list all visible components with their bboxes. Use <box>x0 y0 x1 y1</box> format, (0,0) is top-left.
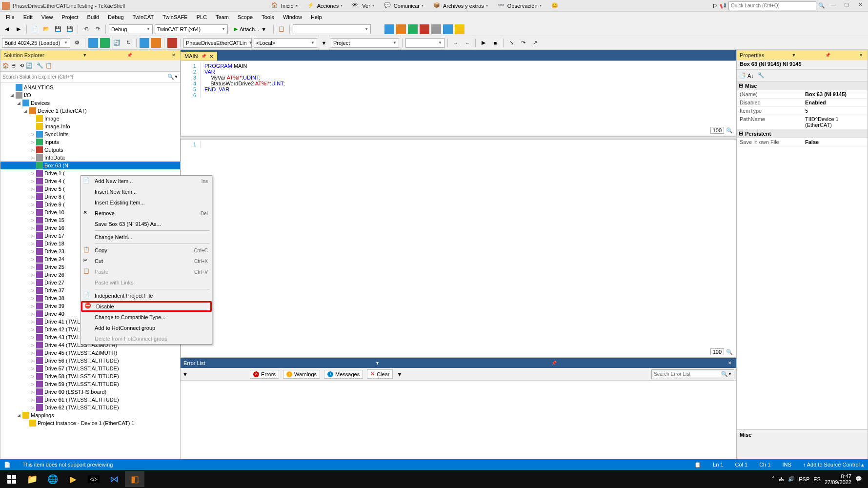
save-all-button[interactable]: 💾 <box>65 24 75 34</box>
property-row[interactable]: DisabledEnabled <box>737 99 868 107</box>
code-line[interactable]: 6 <box>181 92 736 98</box>
tree-item[interactable]: ▷Drive 61 (TW.LSST.ALTITUDE) <box>0 396 180 404</box>
menu-twincat[interactable]: TwinCAT <box>129 13 158 21</box>
context-menu-item[interactable]: ✕RemoveDel <box>81 208 212 219</box>
property-value[interactable]: Box 63 (NI 9145) <box>802 90 868 98</box>
alpha-sort-icon[interactable]: A↓ <box>747 73 754 79</box>
tb-icon-1[interactable]: 📋 <box>277 24 286 34</box>
expand-icon[interactable]: ▷ <box>30 405 35 410</box>
categorize-icon[interactable]: 📑 <box>739 72 746 79</box>
zoom-value[interactable]: 100 <box>710 127 724 134</box>
wrench-icon[interactable]: 🔧 <box>37 62 43 69</box>
code-line[interactable]: 1PROGRAM MAIN <box>181 63 736 69</box>
restore-button[interactable]: ▢ <box>841 1 852 10</box>
menu-edit[interactable]: Edit <box>20 13 37 21</box>
menu-scope[interactable]: Scope <box>234 13 257 21</box>
forward-button[interactable]: ▶ <box>14 24 23 34</box>
expand-icon[interactable]: ◢ <box>16 101 21 105</box>
error-scope-combo[interactable]: ▼ <box>397 371 460 377</box>
dropdown-icon[interactable]: ▼ <box>790 53 797 58</box>
warnings-button[interactable]: !Warnings <box>283 370 320 379</box>
tree-item[interactable]: Image-Info <box>0 122 180 130</box>
target-combo[interactable]: <Local>▼ <box>254 38 317 48</box>
tree-item[interactable]: ▷Box 63 (N <box>0 162 180 169</box>
tree-item[interactable]: ◢Device 1 (EtherCAT) <box>0 107 180 115</box>
explorer-icon[interactable]: 📁 <box>22 471 42 487</box>
errors-button[interactable]: ✕Errors <box>250 370 279 379</box>
expand-icon[interactable]: ▷ <box>30 132 35 137</box>
expand-icon[interactable]: ▷ <box>30 304 35 308</box>
property-row[interactable]: (Name)Box 63 (NI 9145) <box>737 90 868 99</box>
menu-team[interactable]: Team <box>212 13 233 21</box>
editor-implementation[interactable]: 1 100 🔍 <box>181 139 736 358</box>
expand-icon[interactable]: ▷ <box>30 186 35 191</box>
tree-item[interactable]: ▷Drive 45 (TW.LSST.AZIMUTH) <box>0 349 180 357</box>
title-action[interactable]: 👁Ver▾ <box>349 1 377 11</box>
pin-icon[interactable]: 📌 <box>125 53 134 58</box>
error-search-input[interactable] <box>654 371 721 377</box>
home-icon[interactable]: 🏠 <box>2 62 9 69</box>
app-icon-1[interactable]: ▶ <box>63 471 83 487</box>
tree-item[interactable]: ▷Drive 59 (TW.LSST.ALTITUDE) <box>0 380 180 388</box>
tb2-combo-x[interactable]: ▼ <box>405 38 444 48</box>
tree-item[interactable]: ▷Drive 62 (TW.LSST.ALTITUDE) <box>0 404 180 411</box>
start-button[interactable] <box>2 471 21 487</box>
add-source-control[interactable]: ↑ Add to Source Control ▴ <box>803 462 864 468</box>
error-list-body[interactable] <box>181 381 736 459</box>
tree-item[interactable]: ▷Drive 60 (LSST.HS.board) <box>0 388 180 396</box>
step-out-button[interactable]: ↗ <box>530 38 540 48</box>
expand-icon[interactable]: ▷ <box>30 374 35 379</box>
context-menu-item[interactable]: 📋CopyCtrl+C <box>81 245 212 256</box>
tb2-icon-6[interactable] <box>140 38 149 48</box>
app-icon-2[interactable]: </> <box>84 471 103 487</box>
tb-icon-d[interactable] <box>420 24 429 34</box>
context-menu-item[interactable]: Save Box 63 (NI 9145) As... <box>81 219 212 229</box>
close-panel-icon[interactable]: ✕ <box>858 53 865 58</box>
expand-icon[interactable]: ◢ <box>16 413 21 418</box>
expand-icon[interactable]: ▷ <box>30 327 35 332</box>
expand-icon[interactable]: ▷ <box>30 288 35 293</box>
search-dropdown-icon[interactable]: ▼ <box>174 75 178 79</box>
title-action[interactable]: 📦Archivos y extras▾ <box>430 1 491 11</box>
property-row[interactable]: ItemType5 <box>737 107 868 115</box>
property-value[interactable]: False <box>802 138 868 146</box>
expand-icon[interactable]: ▷ <box>30 202 35 207</box>
tab-close-icon[interactable]: ✕ <box>209 54 213 59</box>
clock[interactable]: 8:47 27/09/2022 <box>825 473 851 485</box>
tb-combo-3[interactable]: ▼ <box>293 24 371 34</box>
code-line[interactable]: 3 MyVar AT%I*:UDINT; <box>181 75 736 81</box>
context-menu-item[interactable]: Change NetId... <box>81 232 212 243</box>
expand-icon[interactable]: ▷ <box>30 194 35 199</box>
step-into-button[interactable]: ↘ <box>506 38 516 48</box>
expand-icon[interactable]: ▷ <box>30 257 35 262</box>
search-icon[interactable]: 🔍 <box>167 74 174 80</box>
close-panel-icon[interactable]: ✕ <box>170 53 177 58</box>
close-panel-icon[interactable]: ✕ <box>727 361 733 366</box>
sync-icon[interactable]: ⟲ <box>20 62 24 69</box>
tb2-icon-7[interactable] <box>151 38 161 48</box>
volume-icon[interactable]: 🔊 <box>788 476 795 482</box>
expand-icon[interactable]: ▷ <box>30 233 35 238</box>
expand-icon[interactable]: ▷ <box>30 397 35 402</box>
code-area[interactable]: 1PROGRAM MAIN2VAR3 MyVar AT%I*:UDINT;4 S… <box>181 61 736 100</box>
tray-up-icon[interactable]: ˄ <box>772 476 775 482</box>
tree-item[interactable]: ▷Inputs <box>0 138 180 146</box>
editor-tab-main[interactable]: MAIN 📌 ✕ <box>181 52 217 61</box>
expand-icon[interactable]: ▷ <box>30 210 35 215</box>
wrench-icon[interactable]: 🔧 <box>758 72 765 79</box>
menu-view[interactable]: View <box>38 13 57 21</box>
quick-launch-input[interactable] <box>728 1 816 10</box>
property-row[interactable]: Save in own FileFalse <box>737 138 868 146</box>
search-icon[interactable]: 🔍 <box>721 371 728 377</box>
menu-project[interactable]: Project <box>58 13 82 21</box>
zoom-icon[interactable]: 🔍 <box>726 349 733 355</box>
tb-icon-e[interactable] <box>431 24 441 34</box>
search-dropdown-icon[interactable]: ▼ <box>728 372 732 376</box>
expand-icon[interactable]: ▷ <box>30 264 35 269</box>
collapse-icon[interactable]: ⊟ <box>11 62 16 69</box>
tcxae-icon[interactable]: ◧ <box>125 471 144 487</box>
property-category[interactable]: ⊟Misc <box>737 81 868 90</box>
title-action[interactable]: 👓Observación▾ <box>495 1 545 11</box>
tree-item[interactable]: ▷SyncUnits <box>0 130 180 138</box>
redo-button[interactable]: ↷ <box>93 24 102 34</box>
